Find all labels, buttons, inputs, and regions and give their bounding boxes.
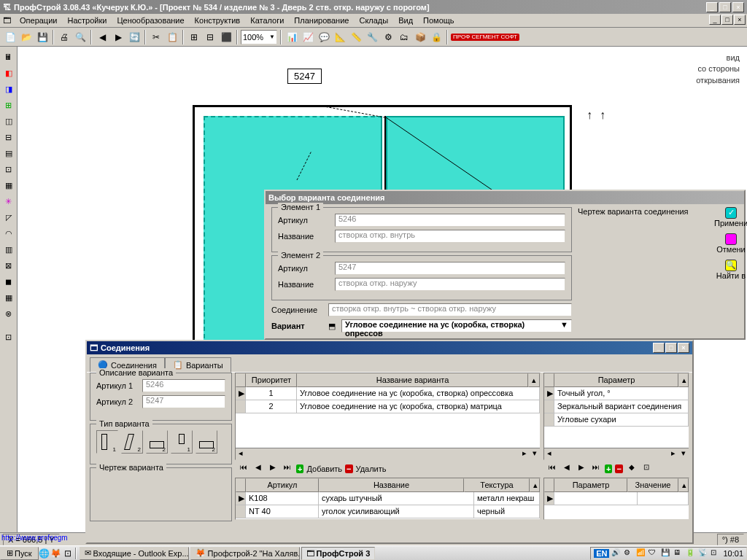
nav-next-icon[interactable]: ▶ [267, 463, 279, 475]
menu-help[interactable]: Помощь [419, 15, 459, 26]
tray-icon-5[interactable]: 💾 [661, 548, 671, 559]
tray-icon-8[interactable]: 📡 [698, 548, 708, 559]
ql-ff-icon[interactable]: 🦊 [50, 548, 62, 559]
tb-cut-icon[interactable]: ✂ [149, 30, 163, 44]
tb-refresh-icon[interactable]: 🔄 [127, 30, 142, 44]
dlg1-art2-input[interactable]: 5247 [335, 262, 565, 275]
grid4-scroll-up[interactable]: ▴ [678, 478, 689, 492]
nav2-first-icon[interactable]: ⏮ [546, 463, 558, 475]
ltool-5-icon[interactable]: ⊟ [1, 130, 16, 144]
grid1-h-name[interactable]: Название варианта [297, 373, 528, 387]
minimize-button[interactable]: _ [706, 2, 718, 12]
mdi-minimize-button[interactable]: _ [709, 15, 721, 25]
grid4-h-value[interactable]: Значение [627, 478, 678, 492]
dlg2-close-button[interactable]: × [678, 343, 689, 353]
grid3-h-texture[interactable]: Текстура [464, 478, 530, 492]
dlg2-minimize-button[interactable]: _ [653, 343, 665, 353]
ltool-16-icon[interactable]: ⊗ [1, 306, 16, 321]
ltool-4-icon[interactable]: ◫ [1, 114, 16, 128]
menu-catalogs[interactable]: Каталоги [246, 15, 288, 26]
table-row[interactable]: Угловые сухари [544, 413, 689, 427]
ltool-calc-icon[interactable]: 🖩 [1, 50, 16, 64]
ltool-2-icon[interactable]: ◨ [1, 82, 16, 96]
tb-back-icon[interactable]: ◀ [95, 30, 109, 44]
ltool-8-icon[interactable]: ▦ [1, 178, 16, 192]
menu-planning[interactable]: Планирование [290, 15, 353, 26]
grid2-scroll-left[interactable]: ◂ [544, 448, 554, 459]
tb-icon8[interactable]: 📏 [349, 30, 363, 44]
table-row[interactable]: NT 40 уголок усиливающий черный [236, 505, 540, 518]
tb-icon11[interactable]: 🗂 [397, 30, 411, 44]
task-profstroy3[interactable]: 🗔ПрофСтрой 3 [301, 547, 376, 560]
ql-ie-icon[interactable]: 🌐 [39, 548, 50, 559]
tray-icon-3[interactable]: 📶 [636, 548, 646, 559]
cancel-button[interactable]: Отмени [716, 233, 746, 254]
find-button[interactable]: 🔍 Найти в [716, 260, 746, 280]
del2-icon[interactable]: − [615, 464, 622, 473]
nav2-extra2-icon[interactable]: ⊡ [640, 463, 652, 475]
delete-button[interactable]: Удалить [356, 464, 387, 473]
ltool-3-icon[interactable]: ⊞ [1, 98, 16, 112]
ltool-14-icon[interactable]: ◼ [1, 274, 16, 289]
dlg1-name2-input[interactable]: створка откр. наружу [335, 278, 565, 291]
ltool-15-icon[interactable]: ▦ [1, 290, 16, 305]
type-btn-2[interactable]: 2 [121, 430, 143, 454]
task-outlook[interactable]: ✉Входящие - Outlook Exp... [80, 547, 189, 560]
zoom-combo[interactable]: 100%▼ [241, 30, 277, 44]
table-row[interactable]: ▶ 1 Угловое соединение на ус (коробка, с… [236, 387, 540, 400]
table-row[interactable]: ▶ [544, 492, 689, 505]
values-grid[interactable]: Параметр Значение ▴ ▶ [543, 478, 689, 520]
ltool-17-icon[interactable]: ⊡ [1, 330, 16, 344]
menu-construct[interactable]: Конструктив [190, 15, 245, 26]
nav2-next-icon[interactable]: ▶ [576, 463, 587, 475]
nav-first-icon[interactable]: ⏮ [238, 463, 249, 475]
dlg1-soed-input[interactable]: створка откр. внутрь ~ створка откр. нар… [328, 303, 572, 316]
tb-icon13[interactable]: 🔒 [429, 30, 444, 44]
ltool-12-icon[interactable]: ▥ [1, 242, 16, 257]
tray-icon-9[interactable]: ⊡ [711, 548, 721, 559]
maximize-button[interactable]: □ [719, 2, 731, 12]
tb-open-icon[interactable]: 📂 [19, 30, 34, 44]
grid3-h-name[interactable]: Название [319, 478, 464, 492]
grid2-h-param[interactable]: Параметр [554, 373, 678, 387]
menu-pricing[interactable]: Ценообразование [112, 15, 188, 26]
ltool-10-icon[interactable]: ◸ [1, 210, 16, 225]
grid2-scroll-up[interactable]: ▴ [678, 373, 689, 387]
tb-icon10[interactable]: ⚙ [381, 30, 395, 44]
tb-icon7[interactable]: 📐 [333, 30, 347, 44]
menu-operations[interactable]: Операции [15, 15, 61, 26]
table-row[interactable]: ▶ K108 сухарь штучный металл некраш [236, 492, 540, 505]
ltool-7-icon[interactable]: ⊡ [1, 162, 16, 176]
type-btn-3[interactable]: 2 [146, 430, 168, 454]
materials-grid[interactable]: Артикул Название Текстура ▴ ▶ K108 сухар… [235, 478, 541, 520]
ql-3-icon[interactable]: ⊡ [62, 548, 74, 559]
dlg1-name1-input[interactable]: створка откр. внутрь [335, 230, 565, 243]
grid1-h-priority[interactable]: Приоритет [246, 373, 297, 387]
lang-indicator[interactable]: EN [594, 549, 609, 558]
mdi-close-button[interactable]: × [734, 15, 746, 25]
variants-grid[interactable]: Приоритет Название варианта ▴ ▶ 1 Углово… [235, 373, 541, 460]
dlg2-maximize-button[interactable]: □ [665, 343, 677, 353]
grid1-scroll-right[interactable]: ▸ [519, 448, 530, 459]
nav2-prev-icon[interactable]: ◀ [561, 463, 573, 475]
dlg2-art2-input[interactable]: 5247 [142, 395, 225, 408]
tb-icon1[interactable]: ⊞ [187, 30, 201, 44]
params-grid[interactable]: Параметр ▴ ▶Точный угол, ° Зеркальный ва… [543, 373, 689, 460]
tb-new-icon[interactable]: 📄 [3, 30, 18, 44]
ltool-11-icon[interactable]: ◠ [1, 226, 16, 241]
type-btn-1[interactable]: 1 [96, 430, 118, 454]
tb-icon4[interactable]: 📊 [285, 30, 299, 44]
menu-storage[interactable]: Склады [355, 15, 392, 26]
add-icon[interactable]: + [296, 464, 303, 473]
apply-button[interactable]: ✓ Примени [714, 207, 747, 228]
tray-icon-1[interactable]: 🔊 [611, 548, 622, 559]
task-profstroy2[interactable]: 🦊Профстрой-2 "На Халяв... [190, 547, 300, 560]
menu-settings[interactable]: Настройки [63, 15, 111, 26]
type-btn-5[interactable]: 2 [196, 430, 217, 454]
menu-view[interactable]: Вид [394, 15, 417, 26]
tb-icon12[interactable]: 📦 [413, 30, 427, 44]
tb-copy-icon[interactable]: 📋 [165, 30, 179, 44]
tray-icon-6[interactable]: 🖥 [673, 548, 684, 559]
tb-save-icon[interactable]: 💾 [35, 30, 50, 44]
nav-prev-icon[interactable]: ◀ [252, 463, 264, 475]
